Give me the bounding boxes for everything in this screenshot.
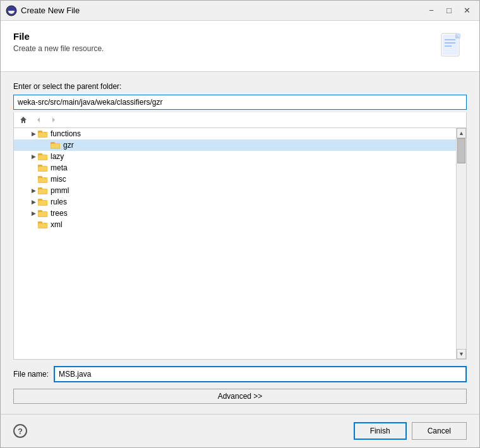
parent-folder-label: Enter or select the parent folder: (13, 82, 467, 91)
folder-icon (38, 175, 48, 184)
tree-item-rules[interactable]: ▶ rules (14, 196, 456, 208)
header-title: File (13, 31, 104, 42)
tree-item-misc[interactable]: misc (14, 174, 456, 185)
svg-rect-34 (39, 223, 47, 228)
svg-rect-16 (39, 155, 47, 160)
folder-icon (38, 152, 48, 161)
close-button[interactable]: ✕ (459, 4, 474, 17)
svg-rect-25 (39, 189, 47, 194)
main-section: Enter or select the parent folder: (1, 72, 479, 414)
svg-rect-31 (39, 212, 47, 216)
dialog-content: File Create a new file resource. Enter o… (1, 21, 479, 414)
dialog-title: Create New File (21, 6, 424, 15)
header-left: File Create a new file resource. (13, 31, 104, 53)
filename-label: File name: (13, 370, 49, 379)
tree-item-label: pmml (51, 186, 69, 195)
tree-arrow: ▶ (29, 199, 38, 205)
tree-item-label: rules (51, 197, 67, 206)
tree-item-xml[interactable]: xml (14, 219, 456, 230)
parent-folder-input[interactable] (13, 95, 467, 110)
tree-item-label: lazy (51, 152, 64, 161)
scroll-down-arrow[interactable]: ▼ (457, 349, 466, 359)
tree-item-trees[interactable]: ▶ trees (14, 208, 456, 219)
tree-item-label: trees (51, 209, 68, 218)
filename-input[interactable] (54, 366, 467, 382)
folder-icon (38, 197, 48, 206)
minimize-button[interactable]: − (424, 4, 439, 17)
scrollbar[interactable]: ▲ ▼ (456, 128, 466, 359)
header-section: File Create a new file resource. (1, 21, 479, 72)
advanced-button[interactable]: Advanced >> (13, 389, 467, 404)
tree-item-meta[interactable]: meta (14, 162, 456, 174)
filename-row: File name: (13, 366, 467, 382)
home-button[interactable] (16, 114, 30, 126)
tree-item-gzr[interactable]: gzr (14, 139, 456, 151)
back-button[interactable] (32, 114, 45, 126)
maximize-button[interactable]: □ (441, 4, 457, 17)
tree-scroll-area[interactable]: ▶ functions gzr▶ lazy meta misc▶ (14, 128, 456, 359)
tree-container: ▶ functions gzr▶ lazy meta misc▶ (13, 128, 467, 360)
folder-icon (38, 163, 48, 172)
scroll-thumb[interactable] (457, 138, 465, 163)
bottom-bar: ? Finish Cancel (1, 414, 479, 447)
tree-arrow: ▶ (29, 187, 38, 194)
svg-rect-13 (51, 144, 59, 148)
finish-button[interactable]: Finish (354, 422, 407, 440)
folder-icon (38, 220, 48, 229)
header-subtitle: Create a new file resource. (13, 44, 104, 53)
tree-item-label: meta (51, 163, 68, 172)
cancel-button[interactable]: Cancel (412, 422, 467, 440)
tree-arrow: ▶ (29, 153, 38, 160)
help-button[interactable]: ? (13, 424, 27, 438)
tree-item-label: functions (51, 129, 81, 138)
svg-rect-28 (39, 201, 47, 205)
window-controls: − □ ✕ (424, 4, 474, 17)
app-icon (6, 5, 17, 16)
svg-rect-10 (39, 133, 47, 137)
forward-button[interactable] (47, 114, 61, 126)
file-icon (436, 31, 467, 61)
scroll-track (457, 138, 466, 349)
folder-icon (38, 186, 48, 195)
scroll-up-arrow[interactable]: ▲ (457, 128, 466, 138)
tree-arrow: ▶ (29, 131, 38, 137)
tree-item-label: xml (51, 220, 63, 229)
nav-toolbar (13, 112, 467, 128)
svg-rect-22 (39, 178, 47, 182)
tree-item-pmml[interactable]: ▶ pmml (14, 185, 456, 196)
bottom-buttons: Finish Cancel (354, 422, 467, 440)
svg-rect-19 (39, 167, 47, 171)
tree-item-functions[interactable]: ▶ functions (14, 128, 456, 139)
title-bar: Create New File − □ ✕ (1, 1, 479, 21)
dialog: Create New File − □ ✕ File Create a new … (0, 0, 480, 448)
folder-icon (38, 129, 48, 138)
tree-item-label: gzr (63, 141, 74, 150)
tree-item-label: misc (51, 175, 66, 184)
folder-icon (38, 209, 48, 218)
folder-icon (51, 141, 61, 150)
tree-arrow: ▶ (29, 210, 38, 216)
tree-item-lazy[interactable]: ▶ lazy (14, 151, 456, 162)
